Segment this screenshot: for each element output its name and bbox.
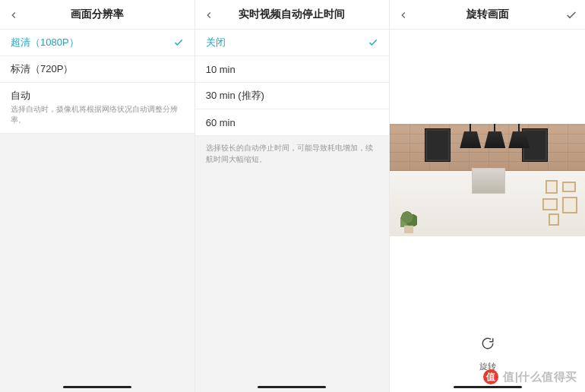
home-indicator[interactable] bbox=[454, 386, 522, 388]
header: 实时视频自动停止时间 bbox=[195, 0, 390, 30]
header: 旋转画面 bbox=[390, 0, 585, 30]
confirm-button[interactable] bbox=[558, 0, 585, 30]
rotate-icon bbox=[481, 337, 495, 350]
note-text: 选择较长的自动停止时间，可能导致耗电增加，续航时间大幅缩短。 bbox=[195, 136, 390, 171]
option-label: 超清（1080P） bbox=[11, 36, 79, 49]
back-button[interactable] bbox=[390, 0, 417, 30]
back-button[interactable] bbox=[195, 0, 223, 30]
rotate-label: 旋转 bbox=[479, 361, 496, 372]
option-label: 关闭 bbox=[206, 36, 226, 49]
home-indicator[interactable] bbox=[63, 386, 131, 388]
page-title: 旋转画面 bbox=[466, 8, 509, 21]
option-label: 自动 bbox=[11, 89, 184, 103]
option-30min[interactable]: 30 min (推荐) bbox=[195, 83, 390, 109]
home-indicator[interactable] bbox=[258, 386, 326, 388]
option-60min[interactable]: 60 min bbox=[195, 109, 390, 136]
option-label: 60 min bbox=[206, 117, 236, 128]
check-icon bbox=[173, 37, 184, 48]
option-1080p[interactable]: 超清（1080P） bbox=[0, 30, 194, 56]
option-720p[interactable]: 标清（720P） bbox=[0, 56, 194, 83]
option-10min[interactable]: 10 min bbox=[195, 56, 390, 83]
chevron-left-icon bbox=[204, 10, 214, 21]
rotate-button[interactable] bbox=[474, 330, 501, 357]
back-button[interactable] bbox=[0, 0, 27, 30]
chevron-left-icon bbox=[398, 10, 409, 21]
option-off[interactable]: 关闭 bbox=[195, 30, 390, 56]
page-title: 实时视频自动停止时间 bbox=[239, 8, 345, 21]
check-icon bbox=[368, 37, 378, 48]
option-label: 标清（720P） bbox=[11, 62, 73, 76]
panel-rotate: 旋转画面 bbox=[390, 0, 585, 392]
option-hint: 选择自动时，摄像机将根据网络状况自动调整分辨率。 bbox=[11, 104, 184, 125]
chevron-left-icon bbox=[8, 10, 19, 21]
header: 画面分辨率 bbox=[0, 0, 194, 30]
check-icon bbox=[565, 9, 577, 21]
panel-resolution: 画面分辨率 超清（1080P） 标清（720P） 自动 选择自动时，摄像机将根据… bbox=[0, 0, 195, 392]
option-auto[interactable]: 自动 选择自动时，摄像机将根据网络状况自动调整分辨率。 bbox=[0, 83, 194, 134]
panel-auto-stop: 实时视频自动停止时间 关闭 10 min 30 min (推荐) 60 min bbox=[195, 0, 391, 392]
page-title: 画面分辨率 bbox=[71, 8, 124, 21]
option-label: 10 min bbox=[206, 64, 236, 75]
camera-preview bbox=[390, 124, 585, 236]
option-label: 30 min (推荐) bbox=[206, 89, 264, 103]
